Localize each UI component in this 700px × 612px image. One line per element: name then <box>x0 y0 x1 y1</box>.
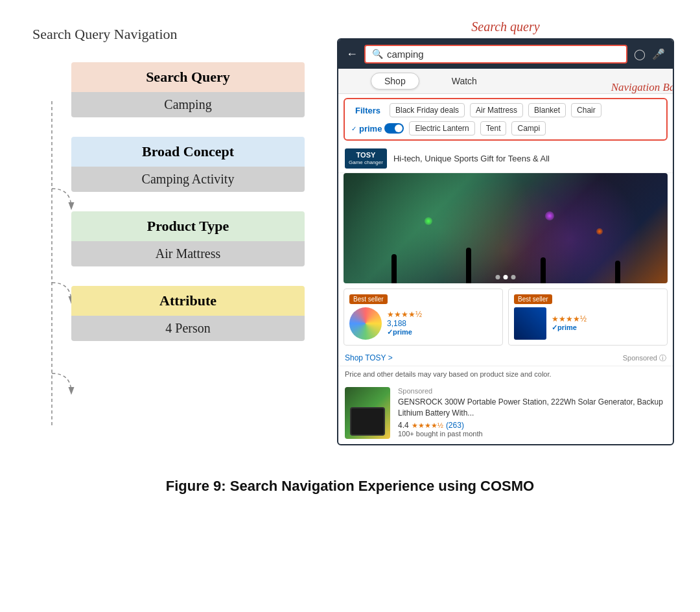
amazon-browser: ← 🔍 camping ◯ 🎤 Shop Watch Navigation Ba… <box>337 38 674 445</box>
product-thumb-2 <box>514 307 546 340</box>
filter-tag-tent[interactable]: Tent <box>480 121 507 135</box>
stars-2: ★★★★½ <box>552 314 587 324</box>
hierarchy-wrapper: Search Query Camping Broad Concept Campi… <box>26 62 311 341</box>
stars-1: ★★★★½ <box>387 310 422 319</box>
dot-3[interactable] <box>511 275 516 279</box>
product-type-label: Product Type <box>71 211 305 241</box>
product-image-area <box>344 173 668 283</box>
filter-tag-air-mattress[interactable]: Air Mattress <box>470 103 523 117</box>
back-arrow-icon[interactable]: ← <box>346 47 358 61</box>
tab-shop[interactable]: Shop <box>371 73 419 89</box>
tosy-logo: TOSY Game changer <box>345 148 387 169</box>
sponsored-label: Sponsored <box>398 387 666 395</box>
carousel-dots <box>496 275 516 279</box>
price-disclaimer: Price and other details may vary based o… <box>338 366 673 382</box>
sponsored-text: Sponsored ⓘ <box>623 353 666 363</box>
filter-tag-electric-lantern[interactable]: Electric Lantern <box>409 121 474 135</box>
rating-number: 4.4 <box>398 421 409 430</box>
right-panel: Search query ← 🔍 camping ◯ 🎤 Shop Watch <box>337 19 674 445</box>
review-count-1: 3,188 <box>387 319 422 328</box>
person-2 <box>466 248 471 283</box>
hierarchy-item-search-query: Search Query Camping <box>71 62 305 117</box>
left-panel: Search Query Navigation <box>26 19 311 341</box>
tab-watch[interactable]: Watch <box>439 73 490 89</box>
search-query-label: Search Query <box>71 62 305 92</box>
search-input-wrapper[interactable]: 🔍 camping <box>364 45 627 64</box>
tosy-ad-text: Hi-tech, Unique Sports Gift for Teens & … <box>393 154 550 163</box>
filter-tag-blanket[interactable]: Blanket <box>528 103 566 117</box>
prime-toggle[interactable]: ✓ prime <box>351 123 404 134</box>
dot-2[interactable] <box>504 275 508 279</box>
person-1 <box>391 254 397 283</box>
amazon-search-bar: ← 🔍 camping ◯ 🎤 <box>338 40 673 69</box>
shop-tosy-link[interactable]: Shop TOSY > <box>345 353 393 363</box>
card-content-2: ★★★★½ ✓prime <box>514 307 662 340</box>
hierarchy-item-product-type: Product Type Air Mattress <box>71 211 305 266</box>
search-input-text: camping <box>387 49 424 60</box>
search-query-annotation: Search query <box>337 19 674 34</box>
bought-text: 100+ bought in past month <box>398 430 666 438</box>
product-rating: 4.4 ★★★★½ (263) <box>398 421 666 430</box>
dot-1[interactable] <box>496 275 500 279</box>
search-icon: 🔍 <box>372 49 383 60</box>
person-4 <box>615 261 620 283</box>
glow-orb-1 <box>425 217 432 225</box>
navigation-bar-label: Navigation Bar <box>611 81 674 94</box>
main-container: Search Query Navigation <box>26 19 674 445</box>
toggle-knob <box>395 124 402 132</box>
broad-concept-label: Broad Concept <box>71 137 305 167</box>
filter-tag-black-friday[interactable]: Black Friday deals <box>390 103 465 117</box>
shop-row: Shop TOSY > Sponsored ⓘ <box>338 351 673 366</box>
hierarchy-item-broad-concept: Broad Concept Camping Activity <box>71 137 305 192</box>
attribute-label: Attribute <box>71 286 305 316</box>
hierarchy-item-attribute: Attribute 4 Person <box>71 286 305 341</box>
camera-icon[interactable]: ◯ <box>634 48 646 60</box>
search-icons-right: ◯ 🎤 <box>634 48 665 60</box>
product-card-1[interactable]: Best seller ★★★★½ 3,188 ✓prime <box>344 288 503 346</box>
product-stars: ★★★★½ <box>412 421 443 430</box>
best-seller-badge-1: Best seller <box>349 294 388 304</box>
sponsored-product-title[interactable]: GENSROCK 300W Portable Power Station, 22… <box>398 397 666 419</box>
prime-tag-2: ✓prime <box>552 324 587 332</box>
sponsored-product-image <box>345 387 390 439</box>
glow-orb-2 <box>596 228 603 235</box>
broad-concept-value: Camping Activity <box>71 167 305 192</box>
amazon-filters: Filters Black Friday deals Air Mattress … <box>344 98 668 141</box>
prime-tag-1: ✓prime <box>387 328 422 336</box>
product-card-2[interactable]: Best seller ★★★★½ ✓prime <box>508 288 668 346</box>
filter-tag-campi[interactable]: Campi <box>511 121 546 135</box>
person-3 <box>541 257 546 283</box>
nav-bar-section: Navigation Bar Filters Black Friday deal… <box>338 98 673 141</box>
filter-tag-chair[interactable]: Chair <box>571 103 601 117</box>
product-type-value: Air Mattress <box>71 241 305 266</box>
tosy-name: TOSY <box>349 151 383 159</box>
card-content-1: ★★★★½ 3,188 ✓prime <box>349 307 497 340</box>
tosy-ad: TOSY Game changer Hi-tech, Unique Sports… <box>338 145 673 173</box>
product-review-count: (263) <box>446 421 464 430</box>
figure-caption: Figure 9: Search Navigation Experience u… <box>166 478 534 495</box>
card-info-2: ★★★★½ ✓prime <box>552 314 587 332</box>
tosy-tagline: Game changer <box>349 159 383 166</box>
prime-checkmark: ✓ <box>351 125 356 132</box>
prime-text: prime <box>359 124 382 134</box>
toggle-switch[interactable] <box>384 123 404 134</box>
left-title: Search Query Navigation <box>32 26 178 43</box>
sponsored-product-details: Sponsored GENSROCK 300W Portable Power S… <box>398 387 666 439</box>
search-query-value: Camping <box>71 92 305 117</box>
product-thumb-1 <box>349 307 382 340</box>
product-cards-row: Best seller ★★★★½ 3,188 ✓prime Best sell… <box>338 283 673 351</box>
mic-icon[interactable]: 🎤 <box>652 48 665 60</box>
attribute-value: 4 Person <box>71 316 305 341</box>
best-seller-badge-2: Best seller <box>514 294 552 304</box>
sponsored-product: Sponsored GENSROCK 300W Portable Power S… <box>338 382 673 444</box>
card-info-1: ★★★★½ 3,188 ✓prime <box>387 310 422 336</box>
filters-button[interactable]: Filters <box>351 104 384 117</box>
